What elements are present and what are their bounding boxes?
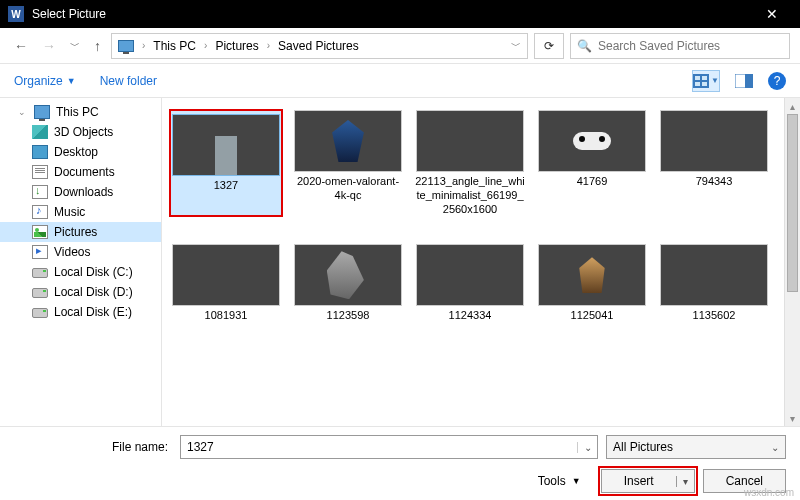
chevron-right-icon[interactable]: › [140,40,147,51]
file-thumb[interactable]: 1123598 [292,244,404,323]
scrollbar[interactable]: ▴ ▾ [784,98,800,426]
document-icon [32,165,48,179]
organize-menu[interactable]: Organize ▼ [14,74,76,88]
filter-label: All Pictures [613,440,673,454]
sidebar-item-label: Local Disk (C:) [54,265,133,279]
sidebar-item-label: Pictures [54,225,97,239]
scroll-up-icon[interactable]: ▴ [785,98,800,114]
file-name-input[interactable] [181,440,577,454]
expand-icon[interactable]: ⌄ [18,107,28,117]
file-label: 794343 [696,175,733,189]
file-label: 1124334 [449,309,492,323]
file-label: 1123598 [327,309,370,323]
refresh-button[interactable]: ⟳ [534,33,564,59]
svg-rect-6 [745,74,753,88]
monitor-icon [34,105,50,119]
forward-button[interactable]: → [38,34,60,58]
file-grid: 1327 2020-omen-valorant-4k-qc 22113_angl… [162,98,784,426]
sidebar-item-label: Local Disk (D:) [54,285,133,299]
sidebar-item-downloads[interactable]: Downloads [0,182,161,202]
scroll-down-icon[interactable]: ▾ [785,410,800,426]
recent-locations-chevron-icon[interactable]: ﹀ [66,35,84,57]
pictures-icon [32,225,48,239]
desktop-icon [32,145,48,159]
navbar: ← → ﹀ ↑ › This PC › Pictures › Saved Pic… [0,28,800,64]
insert-button[interactable]: Insert ▾ [601,469,695,493]
file-thumb[interactable]: 1124334 [414,244,526,323]
breadcrumb-segment[interactable]: This PC [149,37,200,55]
thumbnail-image [172,114,280,176]
file-type-filter[interactable]: All Pictures ⌄ [606,435,786,459]
view-mode-button[interactable]: ▼ [692,70,720,92]
sidebar-item-label: Music [54,205,85,219]
music-icon [32,205,48,219]
back-button[interactable]: ← [10,34,32,58]
up-button[interactable]: ↑ [90,34,105,58]
sidebar-item-3d-objects[interactable]: 3D Objects [0,122,161,142]
file-label: 1327 [214,179,238,193]
breadcrumb-segment[interactable]: Pictures [211,37,262,55]
preview-pane-button[interactable] [730,70,758,92]
new-folder-button[interactable]: New folder [100,74,157,88]
chevron-right-icon[interactable]: › [265,40,272,51]
thumbnail-image [294,110,402,172]
sidebar-item-music[interactable]: Music [0,202,161,222]
svg-rect-3 [695,82,700,86]
address-expand-chevron-icon[interactable]: ﹀ [511,39,521,53]
tools-menu[interactable]: Tools ▼ [538,474,581,488]
sidebar-item-desktop[interactable]: Desktop [0,142,161,162]
sidebar-item-label: Local Disk (E:) [54,305,132,319]
scroll-thumb[interactable] [787,114,798,292]
svg-rect-1 [695,76,700,80]
file-thumb[interactable]: 22113_angle_line_white_minimalist_66199_… [414,110,526,216]
word-app-icon: W [8,6,24,22]
thumbnail-image [416,244,524,306]
file-thumb[interactable]: 794343 [658,110,770,216]
cancel-label: Cancel [704,474,785,488]
breadcrumb-segment[interactable]: Saved Pictures [274,37,363,55]
sidebar-item-documents[interactable]: Documents [0,162,161,182]
thumbnail-image [294,244,402,306]
file-name-dropdown-icon[interactable]: ⌄ [577,442,597,453]
chevron-right-icon[interactable]: › [202,40,209,51]
file-name-field[interactable]: ⌄ [180,435,598,459]
file-thumb[interactable]: 1327 [170,110,282,216]
bottom-panel: File name: ⌄ All Pictures ⌄ Tools ▼ Inse… [0,426,800,500]
scroll-track[interactable] [785,114,800,410]
body: ⌄ This PC 3D Objects Desktop Documents D… [0,98,800,426]
thumbnail-image [538,244,646,306]
thumbnail-image [660,244,768,306]
file-label: 1081931 [205,309,248,323]
file-label: 41769 [577,175,608,189]
file-thumb[interactable]: 1135602 [658,244,770,323]
sidebar-item-local-disk-e[interactable]: Local Disk (E:) [0,302,161,322]
svg-rect-4 [702,82,707,86]
thumbnail-image [172,244,280,306]
file-thumb[interactable]: 41769 [536,110,648,216]
watermark: wsxdn.com [744,487,794,498]
close-icon[interactable]: ✕ [752,6,792,22]
sidebar-item-this-pc[interactable]: ⌄ This PC [0,102,161,122]
file-label: 2020-omen-valorant-4k-qc [292,175,404,203]
sidebar-item-videos[interactable]: Videos [0,242,161,262]
search-icon: 🔍 [577,39,592,53]
sidebar-item-label: 3D Objects [54,125,113,139]
file-label: 1135602 [693,309,736,323]
file-thumb[interactable]: 1125041 [536,244,648,323]
search-input[interactable] [598,39,783,53]
thumbnail-image [416,110,524,172]
window-title: Select Picture [32,7,752,21]
titlebar: W Select Picture ✕ [0,0,800,28]
sidebar-item-pictures[interactable]: Pictures [0,222,161,242]
video-icon [32,245,48,259]
disk-icon [32,288,48,298]
chevron-down-icon: ▼ [572,476,581,486]
search-box[interactable]: 🔍 [570,33,790,59]
file-thumb[interactable]: 2020-omen-valorant-4k-qc [292,110,404,216]
file-thumb[interactable]: 1081931 [170,244,282,323]
sidebar-item-local-disk-d[interactable]: Local Disk (D:) [0,282,161,302]
sidebar-item-local-disk-c[interactable]: Local Disk (C:) [0,262,161,282]
insert-split-chevron-icon[interactable]: ▾ [676,476,694,487]
help-button[interactable]: ? [768,72,786,90]
address-bar[interactable]: › This PC › Pictures › Saved Pictures ﹀ [111,33,528,59]
